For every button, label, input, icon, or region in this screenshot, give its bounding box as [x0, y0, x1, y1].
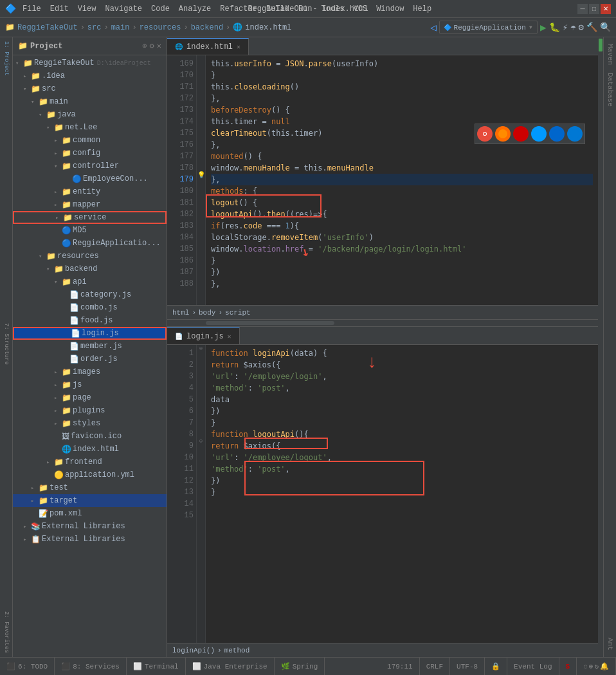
firefox-icon[interactable]: [495, 126, 511, 142]
tab-close-icon[interactable]: ✕: [237, 43, 240, 51]
services-button[interactable]: ⬛ 8: Services: [55, 658, 127, 675]
tree-item-plugins[interactable]: ▸ 📁 plugins: [13, 404, 167, 417]
horizontal-scrollbar-top[interactable]: [167, 319, 603, 327]
bc-src[interactable]: src: [87, 23, 102, 32]
nav-toolbar[interactable]: ◁ 🔷 ReggieApplication ▾ ▶ 🐛 ⚡ ☂ ⚙ 🔨 🔍: [430, 21, 611, 34]
maximize-button[interactable]: □: [589, 4, 599, 14]
tree-item-favicon[interactable]: 🖼 favicon.ico: [13, 430, 167, 443]
event-log-button[interactable]: Event Log: [507, 658, 559, 675]
tree-item-page[interactable]: ▸ 📁 page: [13, 391, 167, 404]
tree-item-netlee[interactable]: ▾ 📁 net.Lee: [13, 121, 167, 134]
lock-icon-item[interactable]: 🔒: [485, 658, 507, 675]
bc-project[interactable]: ReggieTakeOut: [17, 23, 78, 32]
tree-item-frontend[interactable]: ▸ 📁 frontend: [13, 456, 167, 468]
tree-item-entity[interactable]: ▸ 📁 entity: [13, 185, 167, 198]
sync-icon[interactable]: ⊕: [142, 41, 147, 51]
tree-item-categoryjs[interactable]: 📄 category.js: [13, 288, 167, 301]
tree-item-src[interactable]: ▾ 📁 src: [13, 82, 167, 95]
bc-main[interactable]: main: [111, 23, 130, 32]
config-dropdown-icon[interactable]: ▾: [529, 23, 533, 32]
charset-button[interactable]: UTF-8: [450, 658, 485, 675]
menu-bar[interactable]: File Edit View Navigate Code Analyze Ref…: [19, 3, 435, 15]
tree-item-images[interactable]: ▸ 📁 images: [13, 365, 167, 378]
menu-view[interactable]: View: [74, 3, 100, 15]
tree-item-orderjs[interactable]: 📄 order.js: [13, 353, 167, 365]
tab-loginjs[interactable]: 📄 login.js ✕: [167, 328, 240, 344]
project-icon[interactable]: 1: Project: [2, 40, 11, 77]
todo-button[interactable]: ⬛ 6: TODO: [0, 658, 55, 675]
run-button[interactable]: ▶: [540, 21, 547, 34]
tree-item-reggieapp[interactable]: 🔵 ReggieApplicatio...: [13, 237, 167, 250]
tree-item-js[interactable]: ▸ 📁 js: [13, 378, 167, 391]
close-button[interactable]: ✕: [601, 4, 611, 14]
settings-icon[interactable]: ⚙: [150, 41, 154, 51]
menu-help[interactable]: Help: [409, 3, 435, 15]
ant-tab[interactable]: Ant: [604, 634, 616, 654]
tree-item-scratches[interactable]: ▸ 📋 External Libraries: [13, 533, 167, 546]
tree-item-pomxml[interactable]: 📝 pom.xml: [13, 507, 167, 520]
coverage-button[interactable]: ☂: [570, 22, 575, 33]
bc-resources[interactable]: resources: [140, 23, 181, 32]
extra-icons[interactable]: ⇧ ⊕ ↻ 🔔: [577, 658, 616, 675]
tree-item-controller[interactable]: ▾ 📁 controller: [13, 160, 167, 172]
profile-button[interactable]: ⚡: [563, 22, 568, 33]
menu-window[interactable]: Window: [372, 3, 408, 15]
branch-icon[interactable]: ⊕: [589, 662, 593, 670]
tree-item-resources[interactable]: ▾ 📁 resources: [13, 250, 167, 263]
run-config-label[interactable]: ReggieApplication: [454, 24, 526, 32]
build-button[interactable]: 🔨: [586, 22, 597, 33]
tree-item-memberjs[interactable]: 📄 member.js: [13, 340, 167, 353]
tree-item-employeectrl[interactable]: 🔵 EmployeeCon...: [13, 172, 167, 185]
safari-icon[interactable]: [531, 126, 547, 142]
tree-item-mapper[interactable]: ▸ 📁 mapper: [13, 198, 167, 211]
tree-item-config[interactable]: ▸ 📁 config: [13, 147, 167, 160]
tree-item-indexhtml[interactable]: 🌐 index.html: [13, 443, 167, 456]
java-enterprise-button[interactable]: ⬜ Java Enterprise: [186, 658, 275, 675]
sonar-icon-item[interactable]: S: [559, 658, 577, 675]
tree-item-idea[interactable]: ▸ 📁 .idea: [13, 69, 167, 82]
menu-navigate[interactable]: Navigate: [101, 3, 146, 15]
search-button[interactable]: 🔍: [600, 22, 611, 33]
panel-actions[interactable]: ⊕ ⚙ ✕: [142, 41, 161, 51]
database-tab[interactable]: Database: [604, 69, 616, 111]
tree-item-md5[interactable]: 🔵 MD5: [13, 224, 167, 237]
menu-analyze[interactable]: Analyze: [175, 3, 215, 15]
close-panel-icon[interactable]: ✕: [157, 41, 161, 51]
window-controls[interactable]: ─ □ ✕: [577, 4, 611, 14]
debug-button[interactable]: 🐛: [549, 22, 560, 33]
minimize-button[interactable]: ─: [577, 4, 588, 14]
structure-icon[interactable]: 7: Structure: [2, 322, 11, 366]
back-button[interactable]: ◁: [430, 21, 437, 34]
menu-file[interactable]: File: [19, 3, 45, 15]
tab-indexhtml[interactable]: 🌐 index.html ✕: [167, 38, 249, 55]
h-scrollbar-thumb[interactable]: [206, 321, 334, 325]
tree-item-styles[interactable]: ▸ 📁 styles: [13, 417, 167, 430]
tree-item-main[interactable]: ▾ 📁 main: [13, 95, 167, 108]
chrome-icon[interactable]: [477, 126, 493, 142]
tree-item-appyml[interactable]: 🟡 application.yml: [13, 468, 167, 481]
tree-item-common[interactable]: ▸ 📁 common: [13, 134, 167, 147]
tab-close2-icon[interactable]: ✕: [228, 333, 231, 340]
tree-item-combojs[interactable]: 📄 combo.js: [13, 301, 167, 314]
browser-toolbar[interactable]: [475, 124, 585, 144]
bc-filename[interactable]: index.html: [245, 23, 291, 32]
tree-item-loginjs[interactable]: 📄 login.js: [13, 327, 167, 340]
maven-tab[interactable]: Maven: [604, 40, 616, 69]
menu-edit[interactable]: Edit: [46, 3, 73, 15]
tree-item-root[interactable]: ▾ 📁 ReggieTakeOut D:\ideaProject: [13, 57, 167, 69]
tree-item-api[interactable]: ▾ 📁 api: [13, 275, 167, 288]
tree-item-target[interactable]: ▸ 📁 target: [13, 494, 167, 507]
tree-item-service[interactable]: ▸ 📁 service: [13, 211, 167, 224]
tree-item-extlibs[interactable]: ▸ 📚 External Libraries: [13, 520, 167, 533]
bc-backend[interactable]: backend: [191, 23, 223, 32]
tree-item-test[interactable]: ▸ 📁 test: [13, 481, 167, 494]
ie-icon[interactable]: [549, 126, 565, 142]
more-button[interactable]: ⚙: [579, 22, 584, 33]
edge-icon[interactable]: [567, 126, 583, 142]
tree-item-foodjs[interactable]: 📄 food.js: [13, 314, 167, 327]
menu-code[interactable]: Code: [147, 3, 174, 15]
position-indicator[interactable]: 179:11: [381, 658, 420, 675]
notification-icon[interactable]: 🔔: [600, 662, 609, 670]
share-icon[interactable]: ⇧: [583, 662, 588, 670]
spring-button[interactable]: 🌿 Spring: [275, 658, 325, 675]
